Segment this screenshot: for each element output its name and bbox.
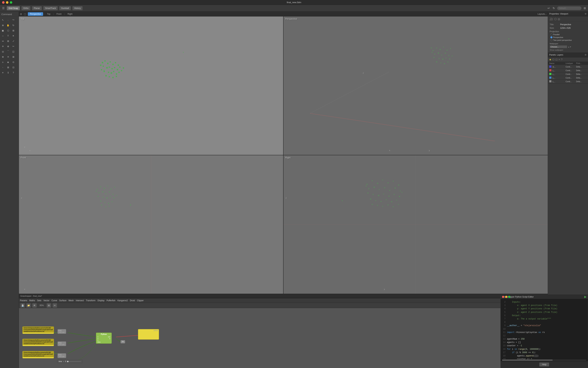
undo-icon[interactable]: ↩ [547,6,551,10]
gh-fc-node-3[interactable]: FC Per Line [57,353,66,358]
analyze-tool[interactable]: ⍟ [0,60,5,64]
gh-menu-curve[interactable]: Curve [52,299,57,302]
projection-parallel[interactable]: Parallel [550,34,572,36]
py-help-button[interactable]: Help [539,363,549,367]
py-fullscreen-btn[interactable] [508,296,510,298]
tab-top[interactable]: Top [45,12,53,16]
group-tool[interactable]: ⊞ [11,54,16,59]
layout-icon[interactable]: ⊞ [583,6,587,10]
light-tool[interactable]: ☀ [11,33,16,38]
layers-icon-2[interactable]: ⬡ [552,58,554,61]
layers-icon-4[interactable]: + [559,58,560,61]
redo-icon[interactable]: ↻ [552,6,556,10]
gh-fit-icon[interactable]: ⊞ [47,303,51,308]
gh-file-node-3[interactable]: /Users/stejaraiulia/Documents/DCIB/Cours… [22,351,54,358]
gh-file-node-2[interactable]: /Users/stejaraiulia/Documents/DCIB/Cours… [22,339,54,346]
osnap-tool[interactable]: ◦ [0,65,5,70]
select-tool[interactable]: ↖ [0,18,5,22]
scale-tool[interactable]: ⤢ [11,38,16,44]
layer-row-3[interactable]: L... Conti... Defa... [548,76,588,80]
rotate-tool[interactable]: ↻ [11,23,16,28]
grid-snap-button[interactable]: Grid Snap [7,6,20,10]
gh-output-node[interactable]: (0/0/0) [138,329,159,340]
minimize-button[interactable] [6,1,9,4]
projection-two-point[interactable]: Two point perspective [550,39,572,41]
gh-menu-sets[interactable]: Sets [37,299,41,302]
point-tool[interactable]: · [6,18,10,22]
layers-icon-3[interactable]: ◻ [555,58,558,61]
layer-row-1[interactable]: L... Conti... Defa... [548,69,588,72]
gh-menu-display[interactable]: Display [98,299,104,302]
gh-menu-intersect[interactable]: Intersect [76,299,84,302]
snap-tool[interactable]: ⊙ [11,60,16,64]
join-tool[interactable]: ⊕ [0,54,5,59]
gh-menu-droid[interactable]: Droid [130,299,135,302]
layer-tool[interactable]: ≡ [0,70,5,75]
layer-row-2[interactable]: L... Conti... Defa... [548,72,588,76]
gh-fc-node-1[interactable]: FC Per Line [57,329,66,334]
solid-tool[interactable]: ⬡ [6,28,10,33]
fillet-tool[interactable]: ⌒ [6,49,10,54]
viewport-perspective[interactable]: Perspective z x y ✕ [284,17,548,155]
text-tool[interactable]: T [6,33,10,38]
help-tool[interactable]: ? [11,70,16,75]
projection-perspective[interactable]: Perspective [550,36,572,38]
trim-tool[interactable]: ✂ [11,44,16,49]
gh-save-icon[interactable]: 💾 [20,303,25,308]
traffic-lights[interactable] [2,1,12,4]
perspective-radio[interactable] [550,36,552,38]
curve-tool[interactable]: 〜 [11,18,16,22]
gh-menu-vector[interactable]: Vector [44,299,49,302]
gh-menu-params[interactable]: Params [20,299,27,302]
gh-pt-node[interactable]: Pt [120,340,125,343]
gh-menu-kangaroo2[interactable]: Kangaroo2 [117,299,128,302]
ortho-button[interactable]: Ortho [21,6,30,10]
mirror-tool[interactable]: ⇔ [0,38,5,44]
gh-menu-maths[interactable]: Maths [29,299,35,302]
history-button[interactable]: History [72,6,83,10]
planar-button[interactable]: Planar [32,6,42,10]
dimension-tool[interactable]: ↔ [0,33,5,38]
boolean-tool[interactable]: ◎ [0,49,5,54]
viewport-front[interactable]: Front z x ✕ ✕ ✕ ✕ [19,155,283,294]
mesh-tool[interactable]: ⊞ [11,28,16,33]
py-traffic-lights[interactable] [502,296,510,298]
two-point-radio[interactable] [550,39,552,41]
tab-perspective[interactable]: Perspective [28,12,43,16]
zoom-tool[interactable]: ⊕ [0,23,5,28]
render-tool[interactable]: ◈ [6,60,10,64]
layers-icon-active[interactable]: ◈ [549,58,551,61]
gh-fc-node-2[interactable]: FC Per Line [57,341,66,346]
tab-front[interactable]: Front [54,12,63,16]
viewport-icon[interactable]: 🎥 [550,17,553,21]
gh-python-node[interactable]: Python x y z time out a [96,333,112,344]
gh-preview-icon[interactable]: 👁 [32,303,37,308]
gh-menu-surface[interactable]: Surface [59,299,66,302]
py-close-btn[interactable] [502,296,504,298]
move-tool[interactable]: ✛ [0,44,5,49]
construction-plane-tool[interactable]: ⊡ [11,65,16,70]
layers-icon-5[interactable]: ? [561,58,562,61]
smart-track-button[interactable]: SmartTrack [43,6,58,10]
copy-tool[interactable]: ⊕ [6,44,10,49]
search-input[interactable] [557,6,581,10]
viewport-single-icon[interactable]: ▢ [24,13,26,15]
viewport-top[interactable]: Top ✕ ✕ ✕ ✕ ✕ [19,17,283,155]
properties-tool[interactable]: ℹ [6,70,10,75]
gh-menu-clipper[interactable]: Clipper [137,299,143,302]
gh-file-node-1[interactable]: /Users/stejaraiulia/Documents/DCIB/Cours… [22,326,54,334]
layer-row-4[interactable]: L... Conti... Defa... [548,80,588,83]
object-icon[interactable]: ⬡ [554,17,557,21]
grid-tool[interactable]: ⊞ [6,65,10,70]
offset-tool[interactable]: ◫ [11,49,16,54]
py-code-area[interactable]: 2 Inputs: 3 x: agent X positions (from f… [501,299,588,359]
surface-tool[interactable]: ▣ [0,28,5,33]
sidebar-toggle-icon[interactable]: ☰ [1,6,5,10]
layer-row-0[interactable]: D... Conti... Defa... [548,65,588,69]
gh-open-icon[interactable]: 📁 [26,303,31,308]
properties-settings-icon[interactable]: ⚙ [585,13,587,15]
gh-time-slider[interactable]: time ⋄ 0 [57,360,83,363]
tab-right[interactable]: Right [65,12,75,16]
fullscreen-button[interactable] [10,1,12,4]
pan-tool[interactable]: ✋ [6,23,10,28]
